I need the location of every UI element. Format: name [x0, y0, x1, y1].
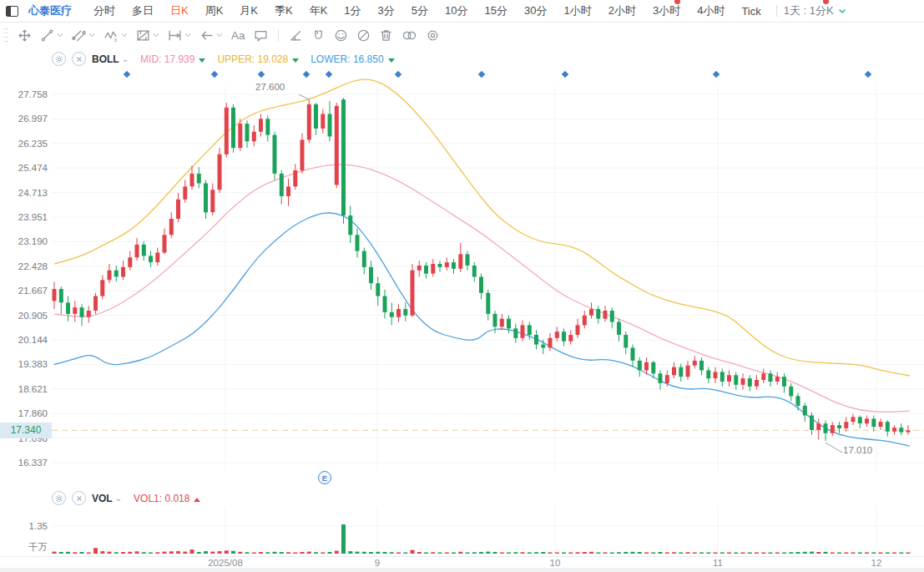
tab-多日[interactable]: 多日: [124, 3, 162, 18]
tab-3小时[interactable]: 3小时: [644, 3, 689, 18]
tab-年K[interactable]: 年K: [301, 3, 336, 18]
chevron-down-icon[interactable]: ⌄: [122, 54, 129, 63]
time-tick-label: 10: [550, 558, 561, 568]
current-price-tag: 17.340: [0, 423, 52, 438]
event-marker-icon[interactable]: [211, 71, 218, 78]
event-marker-icon[interactable]: [713, 71, 720, 78]
vol1-value: VOL1: 0.018: [134, 493, 200, 504]
down-triangle-icon: [199, 58, 205, 63]
candlestick-chart[interactable]: [0, 71, 924, 470]
event-marker-icon[interactable]: [478, 71, 485, 78]
boll-settings-icon[interactable]: [52, 52, 66, 66]
tab-3分[interactable]: 3分: [370, 3, 403, 18]
divider: [278, 29, 279, 42]
tab-10分[interactable]: 10分: [437, 3, 476, 18]
chevron-down-icon[interactable]: ⌄: [115, 494, 122, 503]
gear-icon[interactable]: [426, 28, 440, 43]
angle-icon[interactable]: [289, 28, 303, 43]
time-tick-label: 9: [375, 558, 380, 568]
low-price-annotation: 17.010: [843, 445, 872, 455]
down-triangle-icon: [292, 58, 299, 63]
event-marker-icon[interactable]: [326, 71, 332, 78]
tab-周K[interactable]: 周K: [197, 3, 232, 18]
down-triangle-icon: [388, 58, 395, 63]
event-marker-icon[interactable]: [258, 71, 265, 78]
boll-indicator-row: BOLL ⌄ MID: 17.939 UPPER: 19.028 LOWER: …: [52, 52, 406, 66]
trading-app-window: 心泰医疗 分时多日日K周K月K季K年K1分3分5分10分15分30分1小时2小时…: [0, 0, 924, 572]
up-triangle-icon: [194, 498, 200, 502]
svg-text:3: 3: [114, 37, 117, 42]
comment-icon[interactable]: [254, 28, 268, 43]
high-price-annotation: 27.600: [255, 82, 285, 92]
tab-日K[interactable]: 日K: [162, 3, 197, 18]
vol-settings-icon[interactable]: [52, 491, 66, 505]
continuous-draw-icon[interactable]: [401, 28, 417, 43]
event-marker-icon[interactable]: [865, 71, 871, 78]
tab-月K[interactable]: 月K: [231, 3, 266, 18]
tab-15分[interactable]: 15分: [477, 3, 516, 18]
event-marker-icon[interactable]: [395, 71, 401, 78]
measure-icon[interactable]: [168, 28, 191, 43]
boll-upper-value: UPPER: 19.028: [217, 53, 299, 65]
chevron-down-icon: [838, 8, 846, 14]
divider: [776, 5, 777, 17]
period-tabs: 分时多日日K周K月K季K年K1分3分5分10分15分30分1小时2小时3小时4小…: [85, 3, 770, 18]
volume-chart[interactable]: [0, 506, 924, 556]
time-tick-label: 11: [713, 558, 723, 568]
scrollbar-track[interactable]: [0, 568, 924, 572]
tab-4小时[interactable]: 4小时: [689, 3, 733, 18]
stock-name[interactable]: 心泰医疗: [28, 3, 72, 18]
earnings-event-badge[interactable]: E: [318, 471, 331, 484]
tab-30分[interactable]: 30分: [516, 3, 555, 18]
time-tick-label: 2025/08: [208, 558, 243, 568]
drawing-toolbar: 3Aa: [0, 23, 924, 47]
text-icon[interactable]: Aa: [231, 29, 245, 42]
tab-5分[interactable]: 5分: [403, 3, 437, 18]
tab-1小时[interactable]: 1小时: [555, 3, 599, 18]
layout-panel-icon[interactable]: [6, 6, 18, 17]
vol-close-icon[interactable]: [72, 491, 86, 505]
tab-季K[interactable]: 季K: [266, 3, 301, 18]
tab-2小时[interactable]: 2小时: [600, 3, 644, 18]
boll-label[interactable]: BOLL: [92, 53, 119, 65]
interval-selector[interactable]: 1天 : 1分K: [784, 3, 846, 18]
boll-mid-value: MID: 17.939: [140, 53, 205, 65]
magnet-icon[interactable]: [311, 28, 326, 43]
hide-drawings-icon[interactable]: [356, 28, 371, 43]
wave-icon[interactable]: 3: [104, 28, 128, 43]
lock-drawings-icon[interactable]: [334, 28, 348, 43]
vol-indicator-row: VOL ⌄ VOL1: 0.018: [52, 491, 212, 505]
drawing-tools: 3Aa: [13, 28, 444, 43]
x-axis-line: [0, 556, 924, 557]
boll-close-icon[interactable]: [72, 52, 86, 66]
toolbar-drag-handle[interactable]: [2, 27, 10, 43]
trash-icon[interactable]: [379, 28, 393, 43]
interval-selector-label: 1天 : 1分K: [784, 3, 834, 18]
event-marker-icon[interactable]: [562, 71, 568, 78]
pattern-icon[interactable]: [136, 28, 159, 43]
period-toolbar: 心泰医疗 分时多日日K周K月K季K年K1分3分5分10分15分30分1小时2小时…: [0, 0, 924, 23]
tab-1分[interactable]: 1分: [336, 3, 369, 18]
time-tick-label: 12: [871, 558, 882, 568]
tab-分时[interactable]: 分时: [85, 3, 124, 18]
tab-Tick[interactable]: Tick: [733, 5, 769, 18]
move-icon[interactable]: [18, 28, 32, 43]
arrow-icon[interactable]: [199, 28, 223, 43]
trendline-icon[interactable]: [40, 28, 63, 43]
event-marker-icon[interactable]: [303, 71, 310, 78]
channel-icon[interactable]: [72, 28, 95, 43]
vol-label[interactable]: VOL: [92, 493, 113, 504]
boll-lower-value: LOWER: 16.850: [311, 53, 394, 65]
event-marker-icon[interactable]: [124, 71, 130, 78]
